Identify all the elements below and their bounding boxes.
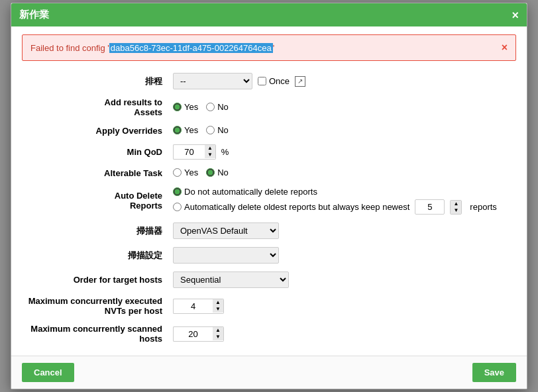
- once-checkbox[interactable]: [258, 77, 266, 85]
- alterable-yes-text: Yes: [184, 168, 198, 177]
- max-hosts-controls: ▲ ▼: [168, 320, 516, 348]
- auto-delete-controls: Do not automatically delete reports Auto…: [168, 183, 516, 219]
- alterable-yes-label[interactable]: Yes: [173, 168, 198, 177]
- max-hosts-spinner: ▲ ▼: [213, 326, 224, 342]
- auto-delete-up-btn[interactable]: ▲: [451, 201, 461, 207]
- max-nvts-row: Maximum concurrently executedNVTs per ho…: [22, 292, 516, 320]
- add-results-no-radio[interactable]: [206, 103, 215, 111]
- scan-config-row: 掃描設定: [22, 243, 516, 268]
- scan-config-select[interactable]: [173, 247, 279, 264]
- auto-delete-down-btn[interactable]: ▼: [451, 207, 461, 214]
- add-results-label: Add results toAssets: [22, 93, 168, 121]
- add-results-yes-text: Yes: [184, 102, 198, 112]
- auto-delete-opt1-label[interactable]: Do not automatically delete reports: [173, 187, 317, 197]
- auto-delete-opt1-line: Do not automatically delete reports: [173, 187, 511, 197]
- scanner-row: 掃描器 OpenVAS Default: [22, 219, 516, 243]
- reports-label: reports: [470, 202, 496, 212]
- min-qod-up-btn[interactable]: ▲: [205, 145, 215, 152]
- min-qod-controls: ▲ ▼ %: [168, 140, 516, 164]
- order-select[interactable]: Sequential: [173, 271, 289, 288]
- scanner-controls: OpenVAS Default: [168, 219, 516, 243]
- max-hosts-input-group: ▲ ▼: [173, 326, 224, 342]
- alterable-no-label[interactable]: No: [206, 168, 229, 177]
- auto-delete-label: Auto DeleteReports: [22, 183, 168, 219]
- modal-dialog: 新作業 × Failed to find config 'daba56c8-73…: [11, 3, 527, 389]
- min-qod-spinner: ▲ ▼: [205, 144, 216, 160]
- schedule-row: 排程 -- Once ↗: [22, 69, 516, 93]
- max-nvts-up-btn[interactable]: ▲: [213, 299, 223, 306]
- alterable-task-controls: Yes No: [168, 164, 516, 183]
- once-checkbox-label[interactable]: Once: [258, 76, 290, 86]
- modal-title: 新作業: [19, 9, 49, 21]
- max-nvts-input-group: ▲ ▼: [173, 299, 224, 314]
- save-button[interactable]: Save: [472, 363, 516, 382]
- min-qod-down-btn[interactable]: ▼: [205, 152, 215, 158]
- scanner-label: 掃描器: [22, 219, 168, 243]
- cancel-button[interactable]: Cancel: [22, 363, 74, 382]
- apply-overrides-yes-radio[interactable]: [173, 126, 182, 134]
- error-close-button[interactable]: ×: [502, 42, 508, 54]
- max-hosts-label: Maximum concurrently scannedhosts: [22, 320, 168, 348]
- max-nvts-label: Maximum concurrently executedNVTs per ho…: [22, 292, 168, 320]
- scan-config-label: 掃描設定: [22, 243, 168, 268]
- min-qod-input[interactable]: [173, 144, 205, 160]
- auto-delete-opt1-text: Do not automatically delete reports: [184, 187, 317, 197]
- alterable-task-row: Alterable Task Yes No: [22, 164, 516, 183]
- schedule-controls: -- Once ↗: [168, 69, 516, 93]
- max-nvts-controls: ▲ ▼: [168, 292, 516, 320]
- alterable-no-radio[interactable]: [206, 168, 215, 177]
- alterable-task-label: Alterable Task: [22, 164, 168, 183]
- error-prefix: Failed to find config ': [30, 43, 109, 53]
- max-nvts-down-btn[interactable]: ▼: [213, 306, 223, 313]
- max-hosts-up-btn[interactable]: ▲: [213, 327, 223, 334]
- max-hosts-down-btn[interactable]: ▼: [213, 334, 223, 340]
- form-table: 排程 -- Once ↗: [22, 69, 516, 348]
- modal-close-button[interactable]: ×: [511, 9, 519, 21]
- auto-delete-count-input[interactable]: [415, 199, 445, 215]
- auto-delete-row: Auto DeleteReports Do not automatically …: [22, 183, 516, 219]
- scan-config-controls: [168, 243, 516, 268]
- add-results-no-text: No: [217, 102, 229, 112]
- max-nvts-input[interactable]: [173, 299, 213, 314]
- order-select-row: Sequential: [173, 271, 511, 288]
- schedule-select[interactable]: --: [173, 73, 252, 89]
- error-suffix: ': [273, 43, 274, 53]
- min-qod-row: Min QoD ▲ ▼ %: [22, 140, 516, 164]
- apply-overrides-yes-label[interactable]: Yes: [173, 125, 198, 135]
- reports-options: Do not automatically delete reports Auto…: [173, 187, 511, 215]
- schedule-export-icon[interactable]: ↗: [295, 76, 305, 87]
- apply-overrides-no-label[interactable]: No: [206, 125, 229, 135]
- schedule-row-inner: -- Once ↗: [173, 73, 511, 89]
- auto-delete-opt2-text: Automatically delete oldest reports but …: [184, 202, 409, 212]
- add-results-no-label[interactable]: No: [206, 102, 229, 112]
- apply-overrides-yes-text: Yes: [184, 125, 198, 135]
- auto-delete-opt2-label[interactable]: Automatically delete oldest reports but …: [173, 202, 409, 212]
- scan-config-select-row: [173, 247, 511, 264]
- alterable-yes-radio[interactable]: [173, 168, 182, 177]
- add-results-controls: Yes No: [168, 93, 516, 121]
- add-results-yes-label[interactable]: Yes: [173, 102, 198, 112]
- max-hosts-input[interactable]: [173, 326, 213, 342]
- alterable-radio-group: Yes No: [173, 168, 229, 177]
- max-hosts-row: Maximum concurrently scannedhosts ▲ ▼: [22, 320, 516, 348]
- schedule-label: 排程: [22, 69, 168, 93]
- error-banner: Failed to find config 'daba56c8-73ec-11d…: [22, 34, 516, 61]
- scanner-select[interactable]: OpenVAS Default: [173, 222, 279, 239]
- error-message: Failed to find config 'daba56c8-73ec-11d…: [30, 43, 274, 53]
- order-row: Order for target hosts Sequential: [22, 268, 516, 292]
- max-nvts-spinner: ▲ ▼: [213, 299, 224, 314]
- apply-overrides-no-text: No: [217, 125, 229, 135]
- order-controls: Sequential: [168, 268, 516, 292]
- modal-header: 新作業 ×: [11, 3, 527, 26]
- auto-delete-keep-radio[interactable]: [173, 203, 182, 211]
- error-config-id: daba56c8-73ec-11df-a475-002264764cea: [109, 43, 273, 53]
- apply-overrides-no-radio[interactable]: [206, 126, 215, 134]
- order-label: Order for target hosts: [22, 268, 168, 292]
- add-results-yes-radio[interactable]: [173, 103, 182, 111]
- add-results-radio-group: Yes No: [173, 102, 229, 112]
- apply-overrides-controls: Yes No: [168, 121, 516, 140]
- once-label: Once: [269, 76, 290, 86]
- min-qod-unit: %: [221, 147, 229, 157]
- auto-delete-no-radio[interactable]: [173, 187, 182, 196]
- modal-overlay: daba56c8-73ec-11df-a475 daba56c8-73ec-11…: [0, 0, 538, 392]
